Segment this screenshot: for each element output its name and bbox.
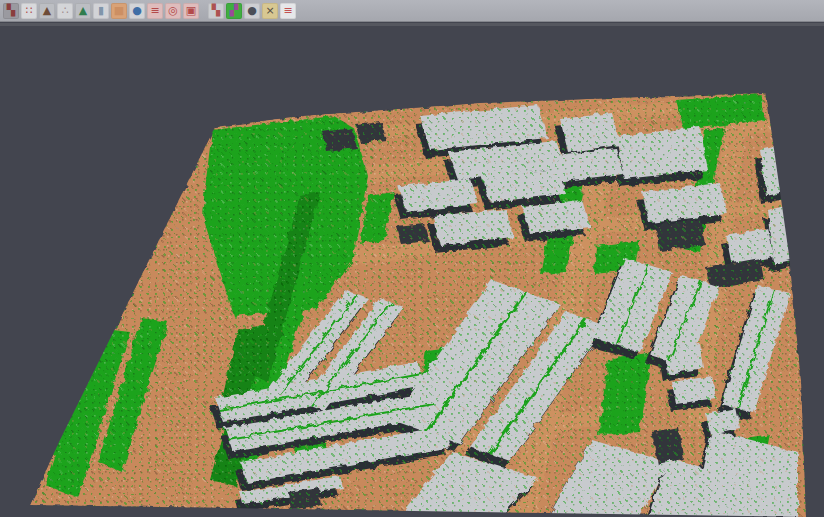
striped-flag-icon[interactable]: ≡: [280, 3, 296, 19]
orthophoto-icon[interactable]: ■: [111, 3, 127, 19]
classified-point-cloud: [0, 22, 824, 517]
toolbar: ▚∷▲∴▲▮■●≡◎▣▚▞●×≡: [0, 0, 824, 22]
red-layers-icon[interactable]: ≡: [147, 3, 163, 19]
sparse-points-icon[interactable]: ∴: [57, 3, 73, 19]
terrain-green-icon[interactable]: ▲: [75, 3, 91, 19]
column-view-icon[interactable]: ▮: [93, 3, 109, 19]
dark-sphere-icon[interactable]: ●: [244, 3, 260, 19]
colored-points-icon[interactable]: ▚: [3, 3, 19, 19]
toolbar-divider: [0, 23, 824, 26]
classification-colors-icon[interactable]: ▞: [226, 3, 242, 19]
point-cloud-scene: [0, 22, 824, 517]
annotation-x-icon[interactable]: ×: [262, 3, 278, 19]
registration-points-icon[interactable]: ∷: [21, 3, 37, 19]
red-ring-icon[interactable]: ◎: [165, 3, 181, 19]
globe-icon[interactable]: ●: [129, 3, 145, 19]
terrain-brown-icon[interactable]: ▲: [39, 3, 55, 19]
checker-selection-icon[interactable]: ▚: [208, 3, 224, 19]
viewport-3d[interactable]: [0, 22, 824, 517]
toolbar-separator: [200, 3, 207, 19]
crop-region-icon[interactable]: ▣: [183, 3, 199, 19]
point-cloud-viewer-window: ▚∷▲∴▲▮■●≡◎▣▚▞●×≡: [0, 0, 824, 517]
